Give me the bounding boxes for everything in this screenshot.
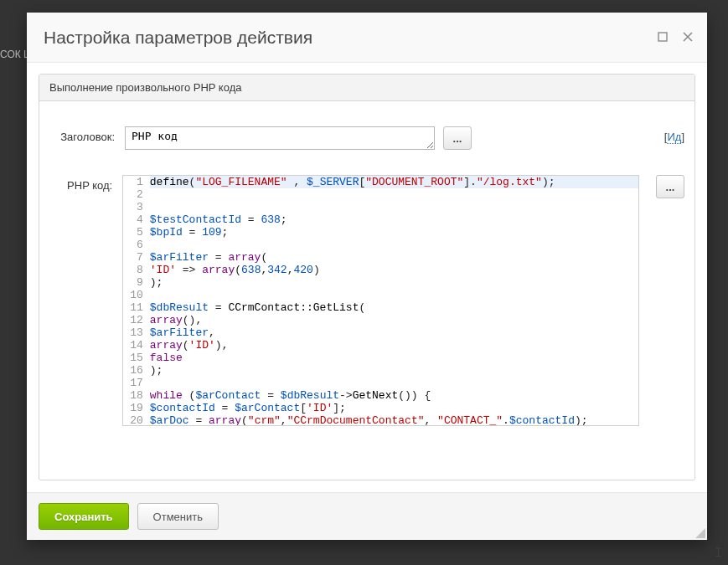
maximize-button[interactable] bbox=[653, 28, 672, 47]
code-options-button[interactable]: ... bbox=[656, 175, 684, 198]
svg-rect-0 bbox=[658, 33, 667, 41]
section-panel: Выполнение произвольного PHP кода Заголо… bbox=[39, 74, 695, 480]
code-label: PHP код: bbox=[49, 175, 122, 429]
dialog-footer: Сохранить Отменить bbox=[27, 492, 707, 540]
maximize-icon bbox=[658, 31, 668, 44]
dialog-window: Настройка параметров действия Выполнение… bbox=[27, 13, 707, 540]
close-button[interactable] bbox=[679, 28, 697, 47]
save-button[interactable]: Сохранить bbox=[39, 503, 129, 530]
close-icon bbox=[683, 31, 693, 44]
resize-grip-icon[interactable] bbox=[694, 526, 705, 538]
text-cursor-icon: 𝙸 bbox=[714, 545, 723, 560]
dialog-header: Настройка параметров действия bbox=[27, 13, 707, 63]
cancel-button[interactable]: Отменить bbox=[137, 503, 219, 530]
code-editor[interactable]: 1234567891011121314151617181920 define("… bbox=[122, 175, 639, 426]
dialog-title: Настройка параметров действия bbox=[44, 28, 312, 48]
background-text: СОК L bbox=[0, 49, 29, 60]
title-label: Заголовок: bbox=[49, 126, 125, 150]
title-input[interactable] bbox=[125, 126, 435, 150]
id-link-wrapper: [Ид] bbox=[664, 126, 684, 150]
title-options-button[interactable]: ... bbox=[443, 126, 472, 150]
id-link[interactable]: Ид bbox=[667, 131, 681, 144]
section-header: Выполнение произвольного PHP кода bbox=[39, 74, 694, 101]
code-lines[interactable]: define("LOG_FILENAME" , $_SERVER["DOCUME… bbox=[150, 176, 638, 425]
code-gutter: 1234567891011121314151617181920 bbox=[123, 176, 150, 425]
